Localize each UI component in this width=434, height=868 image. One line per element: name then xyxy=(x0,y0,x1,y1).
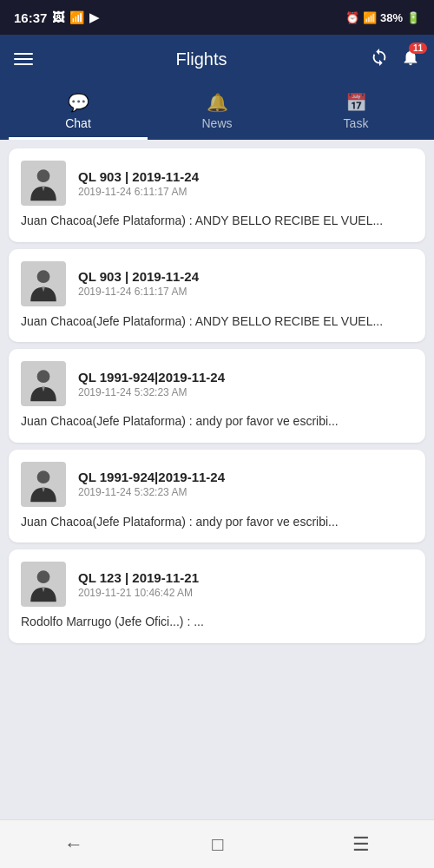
chat-message: Rodolfo Marrugo (Jefe Ofici...) : ... xyxy=(21,614,413,631)
chat-title: QL 903 | 2019-11-24 xyxy=(78,169,413,184)
chat-info: QL 1991-924|2019-11-24 2019-11-24 5:32:2… xyxy=(78,370,413,398)
tab-bar: 💬 Chat 🔔 News 📅 Task xyxy=(0,83,434,140)
chat-message: Juan Chacoa(Jefe Plataforma) : ANDY BELL… xyxy=(21,313,413,331)
top-bar: Flights 11 xyxy=(0,35,434,83)
chat-tab-label: Chat xyxy=(65,116,91,130)
chat-card-header: QL 1991-924|2019-11-24 2019-11-24 5:32:2… xyxy=(21,361,413,406)
avatar xyxy=(21,261,66,306)
alarm-icon: ⏰ xyxy=(345,11,359,24)
back-button[interactable]: ← xyxy=(47,826,101,863)
svg-point-1 xyxy=(37,169,50,182)
chat-date: 2019-11-21 10:46:42 AM xyxy=(78,587,413,599)
chat-card-header: QL 1991-924|2019-11-24 2019-11-24 5:32:2… xyxy=(21,462,413,507)
status-time: 16:37 xyxy=(14,10,47,25)
chat-message: Juan Chacoa(Jefe Plataforma) : andy por … xyxy=(21,413,413,431)
notifications-button[interactable]: 11 xyxy=(401,48,420,71)
avatar xyxy=(21,361,66,406)
news-tab-icon: 🔔 xyxy=(207,92,228,113)
chat-date: 2019-11-24 6:11:17 AM xyxy=(78,186,413,198)
notification-badge: 11 xyxy=(409,43,427,54)
chat-card-header: QL 903 | 2019-11-24 2019-11-24 6:11:17 A… xyxy=(21,161,413,206)
news-tab-label: News xyxy=(201,116,232,130)
cast-icon: ▶ xyxy=(89,10,99,24)
svg-point-7 xyxy=(37,470,50,483)
chat-title: QL 903 | 2019-11-24 xyxy=(78,269,413,284)
chat-card[interactable]: QL 1991-924|2019-11-24 2019-11-24 5:32:2… xyxy=(9,349,425,443)
chat-message: Juan Chacoa(Jefe Plataforma) : ANDY BELL… xyxy=(21,213,413,230)
chat-title: QL 123 | 2019-11-21 xyxy=(78,570,413,585)
status-right: ⏰ 📶 38% 🔋 xyxy=(345,11,420,24)
chat-date: 2019-11-24 5:32:23 AM xyxy=(78,386,413,398)
chat-card[interactable]: QL 903 | 2019-11-24 2019-11-24 6:11:17 A… xyxy=(9,249,425,343)
photo-icon: 🖼 xyxy=(52,10,64,24)
battery-text: 38% xyxy=(380,11,403,24)
hamburger-menu[interactable] xyxy=(14,53,33,65)
chat-message: Juan Chacoa(Jefe Plataforma) : andy por … xyxy=(21,514,413,531)
bottom-nav: ← □ ☰ xyxy=(0,819,434,868)
chat-date: 2019-11-24 6:11:17 AM xyxy=(78,286,413,298)
avatar xyxy=(21,161,66,206)
tab-news[interactable]: 🔔 News xyxy=(148,83,286,140)
svg-point-5 xyxy=(37,370,50,383)
avatar xyxy=(21,462,66,507)
status-bar: 16:37 🖼 📶 ▶ ⏰ 📶 38% 🔋 xyxy=(0,0,434,35)
chat-title: QL 1991-924|2019-11-24 xyxy=(78,470,413,484)
chat-tab-icon: 💬 xyxy=(68,92,89,113)
chat-card[interactable]: QL 123 | 2019-11-21 2019-11-21 10:46:42 … xyxy=(9,549,425,643)
chat-date: 2019-11-24 5:32:23 AM xyxy=(78,486,413,498)
svg-point-3 xyxy=(37,270,50,283)
tab-task[interactable]: 📅 Task xyxy=(286,83,425,140)
wifi-icon: 📶 xyxy=(363,11,377,24)
chat-card-header: QL 123 | 2019-11-21 2019-11-21 10:46:42 … xyxy=(21,562,413,607)
chat-card-header: QL 903 | 2019-11-24 2019-11-24 6:11:17 A… xyxy=(21,261,413,306)
refresh-button[interactable] xyxy=(370,48,389,71)
chat-info: QL 123 | 2019-11-21 2019-11-21 10:46:42 … xyxy=(78,570,413,599)
svg-point-9 xyxy=(37,571,50,584)
chat-info: QL 903 | 2019-11-24 2019-11-24 6:11:17 A… xyxy=(78,169,413,198)
chat-list: QL 903 | 2019-11-24 2019-11-24 6:11:17 A… xyxy=(0,140,434,819)
chat-info: QL 903 | 2019-11-24 2019-11-24 6:11:17 A… xyxy=(78,269,413,298)
home-button[interactable]: □ xyxy=(194,826,240,863)
status-left: 16:37 🖼 📶 ▶ xyxy=(14,10,99,25)
app-title: Flights xyxy=(176,49,227,69)
chat-card[interactable]: QL 1991-924|2019-11-24 2019-11-24 5:32:2… xyxy=(9,450,425,543)
chat-title: QL 1991-924|2019-11-24 xyxy=(78,370,413,385)
top-bar-icons: 11 xyxy=(370,48,420,71)
signal-icon: 📶 xyxy=(69,10,84,24)
avatar xyxy=(21,562,66,607)
chat-info: QL 1991-924|2019-11-24 2019-11-24 5:32:2… xyxy=(78,470,413,498)
task-tab-icon: 📅 xyxy=(345,92,367,113)
tab-chat[interactable]: 💬 Chat xyxy=(9,83,148,140)
menu-button[interactable]: ☰ xyxy=(335,826,387,863)
battery-icon: 🔋 xyxy=(406,11,420,24)
chat-card[interactable]: QL 903 | 2019-11-24 2019-11-24 6:11:17 A… xyxy=(9,148,425,242)
task-tab-label: Task xyxy=(344,116,369,130)
